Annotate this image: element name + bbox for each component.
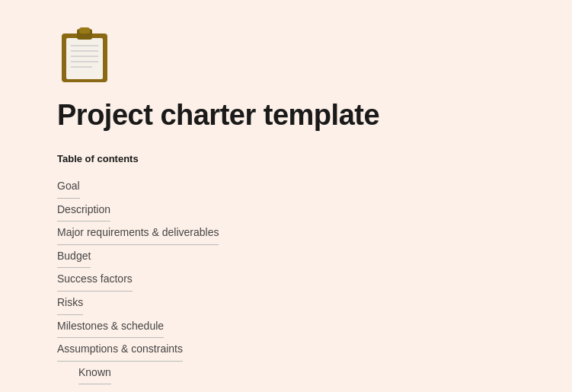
list-item: Known — [78, 362, 515, 385]
table-of-contents: Table of contents Goal Description Major… — [57, 153, 515, 384]
list-item: Description — [57, 199, 515, 222]
list-item: Milestones & schedule — [57, 315, 515, 339]
toc-heading: Table of contents — [57, 153, 515, 164]
toc-sub-list: Known — [57, 362, 515, 385]
clipboard-icon — [57, 23, 112, 84]
toc-link-description[interactable]: Description — [57, 199, 110, 222]
toc-link-budget[interactable]: Budget — [57, 245, 91, 269]
list-item: Assumptions & constraints — [57, 338, 515, 362]
toc-link-assumptions[interactable]: Assumptions & constraints — [57, 338, 183, 362]
list-item: Major requirements & deliverables — [57, 221, 515, 245]
svg-rect-3 — [79, 27, 90, 33]
toc-link-requirements[interactable]: Major requirements & deliverables — [57, 221, 219, 245]
list-item: Budget — [57, 245, 515, 269]
toc-list: Goal Description Major requirements & de… — [57, 175, 515, 384]
toc-link-success-factors[interactable]: Success factors — [57, 268, 133, 292]
list-item: Risks — [57, 292, 515, 315]
svg-rect-1 — [66, 38, 103, 79]
page-title: Project charter template — [57, 99, 515, 132]
toc-link-milestones[interactable]: Milestones & schedule — [57, 315, 164, 339]
list-item: Goal — [57, 175, 515, 199]
toc-link-risks[interactable]: Risks — [57, 292, 83, 315]
page-container: Project charter template Table of conten… — [0, 0, 572, 392]
toc-link-known[interactable]: Known — [78, 362, 111, 385]
list-item: Success factors — [57, 268, 515, 292]
toc-link-goal[interactable]: Goal — [57, 175, 80, 199]
